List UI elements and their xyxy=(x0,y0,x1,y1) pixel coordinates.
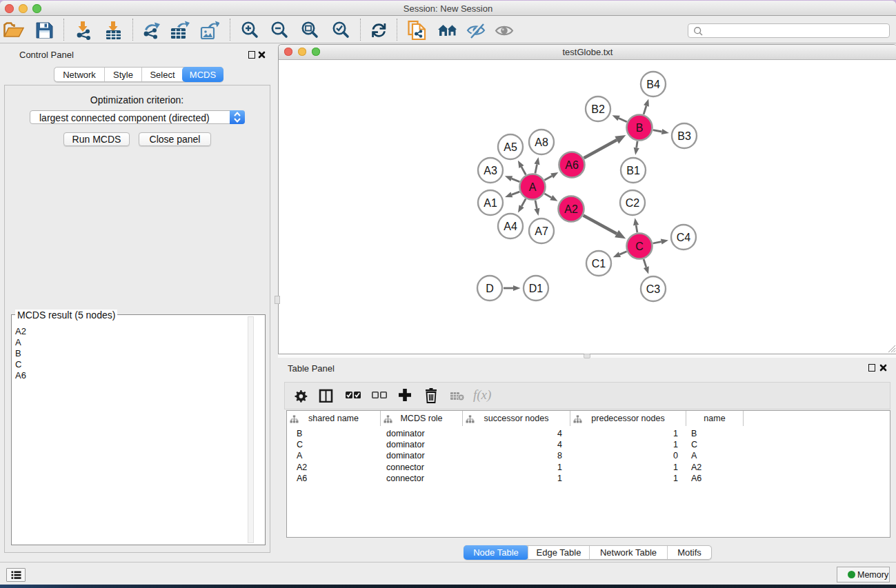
svg-text:B2: B2 xyxy=(591,103,605,115)
svg-text:B: B xyxy=(636,122,644,134)
svg-text:A2: A2 xyxy=(564,203,578,215)
svg-text:A3: A3 xyxy=(484,165,497,176)
svg-text:A6: A6 xyxy=(565,159,579,171)
svg-text:B3: B3 xyxy=(677,130,691,142)
svg-text:D: D xyxy=(486,283,494,294)
svg-text:A7: A7 xyxy=(535,225,548,237)
svg-text:D1: D1 xyxy=(529,283,544,294)
svg-text:B4: B4 xyxy=(646,79,660,90)
svg-text:A1: A1 xyxy=(484,197,497,209)
svg-text:A: A xyxy=(529,181,537,193)
svg-text:B1: B1 xyxy=(626,165,640,176)
svg-text:C2: C2 xyxy=(626,197,640,209)
svg-text:C: C xyxy=(635,241,644,252)
svg-text:A4: A4 xyxy=(504,221,517,232)
svg-text:A5: A5 xyxy=(504,141,517,153)
svg-text:C3: C3 xyxy=(646,283,661,295)
svg-text:A8: A8 xyxy=(535,136,548,148)
svg-text:C1: C1 xyxy=(592,258,606,270)
svg-text:C4: C4 xyxy=(677,232,691,243)
